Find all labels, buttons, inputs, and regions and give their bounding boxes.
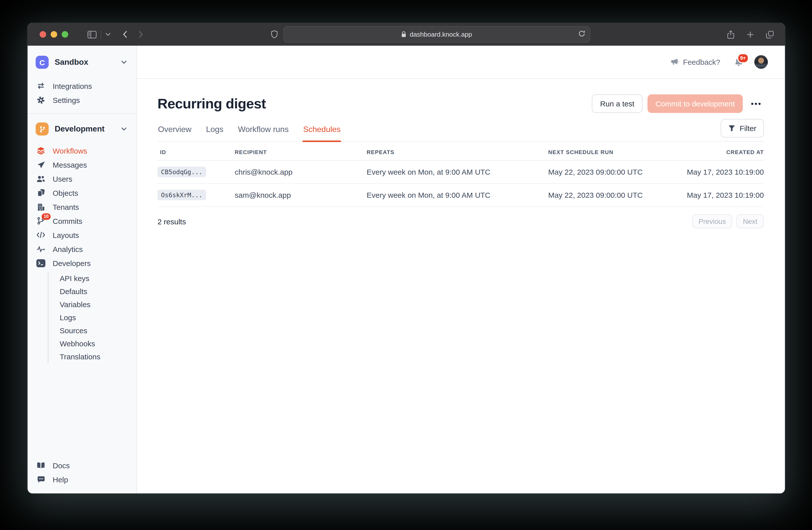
chevron-down-icon[interactable] — [105, 33, 111, 36]
sidebar-item-help[interactable]: Help — [28, 472, 136, 486]
table-row[interactable]: CB5odqGg... chris@knock.app Every week o… — [158, 161, 764, 184]
chat-bubble-icon — [35, 476, 46, 483]
gear-icon — [35, 96, 46, 104]
created-at-cell: May 17, 2023 10:19:00 — [664, 168, 764, 176]
browser-titlebar: dashboard.knock.app — [28, 23, 785, 46]
sidebar-item-variables[interactable]: Variables — [49, 298, 136, 311]
share-icon[interactable] — [727, 30, 735, 39]
filter-label: Filter — [740, 124, 756, 132]
sidebar-item-label: Analytics — [53, 245, 83, 253]
results-count: 2 results — [158, 217, 692, 226]
titlebar-divider — [101, 30, 101, 39]
developers-sub-list: API keys Defaults Variables Logs Sources… — [48, 271, 136, 363]
back-icon[interactable] — [123, 31, 127, 38]
sidebar-subitem-label: Logs — [60, 313, 76, 321]
new-tab-icon[interactable] — [747, 31, 754, 38]
tab-logs[interactable]: Logs — [205, 125, 224, 141]
next-run-cell: May 22, 2023 09:00:00 UTC — [548, 168, 664, 176]
sidebar-item-layouts[interactable]: Layouts — [28, 228, 136, 242]
sidebar-item-messages[interactable]: Messages — [28, 157, 136, 172]
sidebar-item-analytics[interactable]: Analytics — [28, 242, 136, 256]
code-icon — [35, 232, 46, 238]
repeats-cell: Every week on Mon, at 9:00 AM UTC — [367, 191, 548, 199]
schedule-id-chip[interactable]: Os6skXrM... — [158, 190, 206, 200]
tabs-overview-icon[interactable] — [766, 30, 774, 38]
sidebar-item-webhooks[interactable]: Webhooks — [49, 337, 136, 350]
tab-bar: Overview Logs Workflow runs Schedules Fi… — [158, 119, 764, 141]
next-run-cell: May 22, 2023 09:00:00 UTC — [548, 191, 664, 199]
tab-workflow-runs[interactable]: Workflow runs — [237, 125, 289, 141]
workspace-switcher[interactable]: C Sandbox — [28, 55, 136, 70]
recipient-cell: chris@knock.app — [235, 168, 367, 176]
environment-logo — [35, 123, 49, 136]
tab-schedules[interactable]: Schedules — [303, 125, 341, 141]
sidebar-item-integrations[interactable]: Integrations — [28, 79, 136, 93]
sidebar-item-label: Integrations — [53, 82, 92, 90]
users-icon — [35, 175, 46, 182]
sidebar-divider — [28, 113, 136, 114]
sidebar-toggle-icon[interactable] — [87, 30, 97, 38]
avatar[interactable] — [754, 55, 768, 69]
sidebar-item-settings[interactable]: Settings — [28, 93, 136, 107]
recipient-cell: sam@knock.app — [235, 191, 367, 199]
tab-overview[interactable]: Overview — [158, 125, 192, 141]
sidebar-item-label: Docs — [53, 461, 70, 470]
environment-name: Development — [55, 124, 121, 134]
workspace-name: Sandbox — [55, 58, 121, 67]
sidebar-item-tenants[interactable]: Tenants — [28, 200, 136, 214]
sidebar-item-objects[interactable]: Objects — [28, 186, 136, 200]
building-icon — [35, 203, 46, 211]
close-window-button[interactable] — [40, 31, 46, 38]
sidebar-subitem-label: Webhooks — [60, 339, 95, 348]
paper-plane-icon — [35, 161, 46, 168]
sidebar-subitem-label: Sources — [60, 326, 87, 335]
sidebar-item-label: Workflows — [53, 146, 87, 155]
sidebar-item-workflows[interactable]: Workflows — [28, 143, 136, 157]
megaphone-icon — [670, 58, 679, 66]
sidebar-item-label: Tenants — [53, 203, 79, 211]
environment-switcher[interactable]: Development — [28, 122, 136, 137]
sidebar-item-label: Help — [53, 475, 68, 484]
git-branch-icon: 10 — [35, 217, 46, 225]
sidebar-item-logs[interactable]: Logs — [49, 311, 136, 324]
sidebar-item-developers[interactable]: Developers — [28, 256, 136, 270]
sidebar-item-api-keys[interactable]: API keys — [49, 271, 136, 284]
next-page-button[interactable]: Next — [736, 214, 764, 228]
lock-icon — [401, 31, 406, 38]
terminal-icon — [35, 259, 46, 267]
sidebar-item-users[interactable]: Users — [28, 172, 136, 186]
column-header-next-schedule-run: NEXT SCHEDULE RUN — [548, 149, 664, 155]
sidebar-item-label: Users — [53, 175, 72, 183]
filter-button[interactable]: Filter — [721, 119, 764, 138]
sidebar-item-translations[interactable]: Translations — [49, 350, 136, 363]
browser-window: dashboard.knock.app — [28, 23, 785, 493]
feedback-button[interactable]: Feedback? — [667, 57, 723, 67]
more-menu-button[interactable]: ••• — [749, 94, 764, 113]
sidebar-item-docs[interactable]: Docs — [28, 458, 136, 472]
sidebar-item-defaults[interactable]: Defaults — [49, 284, 136, 298]
forward-icon[interactable] — [139, 31, 143, 38]
sidebar-item-sources[interactable]: Sources — [49, 324, 136, 337]
sidebar-subitem-label: Defaults — [60, 287, 87, 295]
pulse-icon — [35, 246, 46, 252]
column-header-created-at: CREATED AT — [664, 149, 764, 155]
funnel-icon — [728, 125, 735, 131]
workspace-logo: C — [35, 56, 49, 69]
chevron-down-icon — [121, 127, 127, 131]
reload-icon[interactable] — [578, 30, 585, 37]
column-header-id: ID — [158, 149, 235, 155]
address-bar[interactable]: dashboard.knock.app — [283, 26, 590, 43]
notifications-button[interactable]: 9+ — [734, 57, 743, 67]
minimize-window-button[interactable] — [50, 31, 57, 38]
sidebar-item-commits[interactable]: 10 Commits — [28, 214, 136, 228]
zoom-window-button[interactable] — [62, 31, 68, 38]
run-test-button[interactable]: Run a test — [592, 94, 642, 113]
table-row[interactable]: Os6skXrM... sam@knock.app Every week on … — [158, 184, 764, 207]
layers-icon — [35, 147, 46, 155]
sidebar: C Sandbox Integrations — [28, 46, 137, 493]
created-at-cell: May 17, 2023 10:19:00 — [664, 191, 764, 199]
schedule-id-chip[interactable]: CB5odqGg... — [158, 167, 206, 177]
previous-page-button[interactable]: Previous — [692, 214, 732, 228]
privacy-shield-icon[interactable] — [271, 30, 278, 39]
commit-button[interactable]: Commit to development — [648, 94, 743, 113]
